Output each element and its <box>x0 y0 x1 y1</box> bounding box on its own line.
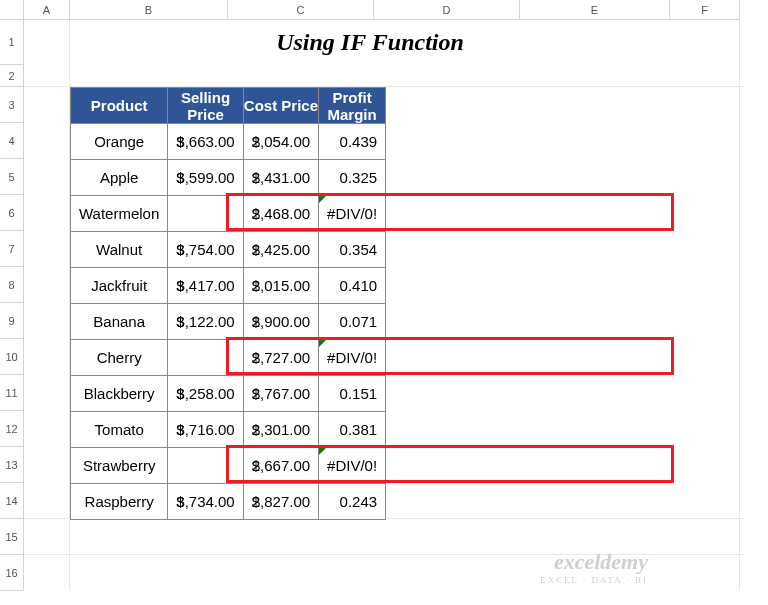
cell-selling[interactable]: $3,734.00 <box>168 484 243 520</box>
currency-symbol: $ <box>176 313 184 330</box>
error-indicator-icon[interactable] <box>319 448 326 455</box>
cell-margin[interactable]: 0.243 <box>319 484 386 520</box>
col-header[interactable]: F <box>670 0 740 20</box>
data-table: Product Selling Price Cost Price Profit … <box>70 87 386 520</box>
error-indicator-icon[interactable] <box>319 340 326 347</box>
row-header[interactable]: 10 <box>0 339 24 375</box>
cell-selling[interactable]: $3,258.00 <box>168 376 243 412</box>
cell-cost[interactable]: $2,301.00 <box>243 412 318 448</box>
row-header[interactable]: 14 <box>0 483 24 519</box>
table-row: Jackfruit$3,417.00$2,015.000.410 <box>71 268 386 304</box>
watermark-subtitle: EXCEL · DATA · BI <box>540 575 648 585</box>
table-row: Walnut$3,754.00$2,425.000.354 <box>71 232 386 268</box>
currency-symbol: $ <box>176 169 184 186</box>
cell-margin[interactable]: #DIV/0! <box>319 448 386 484</box>
cell-margin[interactable]: 0.439 <box>319 124 386 160</box>
cell-margin[interactable]: 0.071 <box>319 304 386 340</box>
currency-symbol: $ <box>176 493 184 510</box>
row-header[interactable]: 9 <box>0 303 24 339</box>
header-margin[interactable]: Profit Margin <box>319 88 386 124</box>
cell-product[interactable]: Blackberry <box>71 376 168 412</box>
table-row: Strawberry$2,667.00#DIV/0! <box>71 448 386 484</box>
row-header[interactable]: 5 <box>0 159 24 195</box>
cell-cost[interactable]: $2,900.00 <box>243 304 318 340</box>
column-header-row: A B C D E F <box>24 0 740 20</box>
cell-product[interactable]: Raspberry <box>71 484 168 520</box>
currency-symbol: $ <box>252 457 260 474</box>
currency-symbol: $ <box>252 133 260 150</box>
row-header[interactable]: 12 <box>0 411 24 447</box>
cell-cost[interactable]: $2,015.00 <box>243 268 318 304</box>
cell-selling[interactable]: $3,716.00 <box>168 412 243 448</box>
watermark-title: exceldemy <box>540 549 648 575</box>
cell-product[interactable]: Banana <box>71 304 168 340</box>
cell-selling[interactable]: $3,663.00 <box>168 124 243 160</box>
currency-symbol: $ <box>252 493 260 510</box>
cell-cost[interactable]: $2,468.00 <box>243 196 318 232</box>
col-header[interactable]: B <box>70 0 228 20</box>
row-header[interactable]: 8 <box>0 267 24 303</box>
row-header[interactable]: 13 <box>0 447 24 483</box>
row-header[interactable]: 6 <box>0 195 24 231</box>
cell-product[interactable]: Jackfruit <box>71 268 168 304</box>
cell-cost[interactable]: $2,425.00 <box>243 232 318 268</box>
currency-symbol: $ <box>176 133 184 150</box>
cell-selling[interactable] <box>168 340 243 376</box>
table-row: Apple$3,599.00$2,431.000.325 <box>71 160 386 196</box>
cell-selling[interactable]: $3,417.00 <box>168 268 243 304</box>
cell-margin[interactable]: 0.381 <box>319 412 386 448</box>
sheet-title: Using IF Function <box>70 20 670 65</box>
currency-symbol: $ <box>252 385 260 402</box>
cell-margin[interactable]: 0.354 <box>319 232 386 268</box>
cell-margin[interactable]: 0.325 <box>319 160 386 196</box>
error-indicator-icon[interactable] <box>319 196 326 203</box>
header-cost[interactable]: Cost Price <box>243 88 318 124</box>
header-product[interactable]: Product <box>71 88 168 124</box>
row-header[interactable]: 2 <box>0 65 24 87</box>
row-header[interactable]: 11 <box>0 375 24 411</box>
currency-symbol: $ <box>252 205 260 222</box>
cell-product[interactable]: Apple <box>71 160 168 196</box>
currency-symbol: $ <box>252 241 260 258</box>
table-row: Watermelon$2,468.00#DIV/0! <box>71 196 386 232</box>
header-selling[interactable]: Selling Price <box>168 88 243 124</box>
row-header[interactable]: 7 <box>0 231 24 267</box>
table-row: Raspberry$3,734.00$2,827.000.243 <box>71 484 386 520</box>
col-header[interactable]: C <box>228 0 374 20</box>
cell-margin[interactable]: #DIV/0! <box>319 340 386 376</box>
cell-product[interactable]: Cherry <box>71 340 168 376</box>
row-header[interactable]: 16 <box>0 555 24 591</box>
row-header-column: 1 2 3 4 5 6 7 8 9 10 11 12 13 14 15 16 <box>0 0 24 591</box>
cell-margin[interactable]: 0.410 <box>319 268 386 304</box>
cell-selling[interactable]: $3,122.00 <box>168 304 243 340</box>
cell-selling[interactable]: $3,599.00 <box>168 160 243 196</box>
col-header[interactable]: E <box>520 0 670 20</box>
cell-cost[interactable]: $2,727.00 <box>243 340 318 376</box>
row-header[interactable]: 3 <box>0 87 24 123</box>
cell-product[interactable]: Walnut <box>71 232 168 268</box>
table-row: Orange$3,663.00$2,054.000.439 <box>71 124 386 160</box>
cell-cost[interactable]: $2,054.00 <box>243 124 318 160</box>
cell-product[interactable]: Tomato <box>71 412 168 448</box>
cell-cost[interactable]: $2,767.00 <box>243 376 318 412</box>
cell-product[interactable]: Orange <box>71 124 168 160</box>
col-header[interactable]: A <box>24 0 70 20</box>
cell-selling[interactable] <box>168 448 243 484</box>
cell-product[interactable]: Strawberry <box>71 448 168 484</box>
cell-margin[interactable]: #DIV/0! <box>319 196 386 232</box>
cell-cost[interactable]: $2,667.00 <box>243 448 318 484</box>
row-header[interactable]: 1 <box>0 20 24 65</box>
cell-cost[interactable]: $2,827.00 <box>243 484 318 520</box>
currency-symbol: $ <box>252 313 260 330</box>
cell-margin[interactable]: 0.151 <box>319 376 386 412</box>
cell-selling[interactable]: $3,754.00 <box>168 232 243 268</box>
select-all-corner[interactable] <box>0 0 24 20</box>
cell-cost[interactable]: $2,431.00 <box>243 160 318 196</box>
cell-product[interactable]: Watermelon <box>71 196 168 232</box>
table-row: Blackberry$3,258.00$2,767.000.151 <box>71 376 386 412</box>
col-header[interactable]: D <box>374 0 520 20</box>
watermark: exceldemy EXCEL · DATA · BI <box>540 549 648 585</box>
cell-selling[interactable] <box>168 196 243 232</box>
row-header[interactable]: 15 <box>0 519 24 555</box>
row-header[interactable]: 4 <box>0 123 24 159</box>
